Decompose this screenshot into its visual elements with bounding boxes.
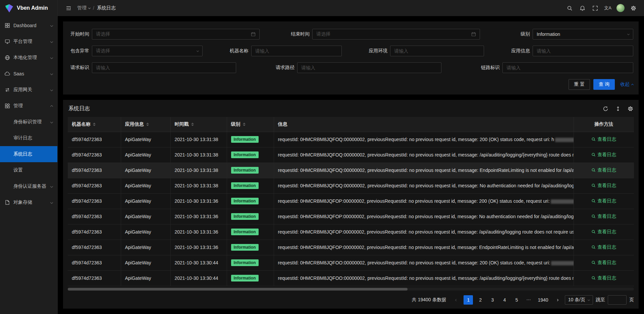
table-row: df5974d72363 ApiGateWay 2021-10-30 13:31… (68, 224, 634, 240)
sidebar-item-label: 身份认证服务器 (13, 183, 47, 189)
sidebar-item-dashboard[interactable]: Dashboard (0, 17, 57, 34)
cell-message: requestId: 0HMCRBM8JQFOP:00000002, previ… (274, 240, 574, 255)
table-header-row: 机器名称 应用信息 时间戳 (68, 117, 634, 132)
page-content: 开始时间 请选择 结束时间 请选择 (58, 16, 644, 314)
chevron-up-icon (631, 84, 634, 86)
end-time-date-picker[interactable]: 请选择 (312, 29, 480, 40)
chevron-down-icon (588, 298, 590, 301)
sidebar-item-auth-server[interactable]: 身份认证服务器 (0, 178, 57, 194)
environment-input[interactable] (390, 46, 484, 56)
settings-gear-icon[interactable] (628, 3, 639, 13)
view-log-link[interactable]: 查看日志 (591, 213, 616, 219)
fullscreen-icon[interactable] (590, 3, 600, 13)
sidebar-item-system-log[interactable]: 系统日志 (0, 146, 57, 162)
view-log-link[interactable]: 查看日志 (591, 167, 616, 173)
sidebar-item-audit-log[interactable]: 审计日志 (0, 130, 57, 146)
cell-level: Information (227, 209, 274, 224)
cell-level: Information (227, 193, 274, 209)
request-id-input[interactable] (92, 62, 236, 73)
globe-icon (5, 55, 10, 60)
collapse-filters-link[interactable]: 收起 (620, 81, 633, 87)
sidebar-item-platform[interactable]: 平台管理 (0, 34, 57, 50)
appstore-icon (5, 103, 10, 109)
message-text: requestId: 0HMCRBM8JQFOQ:00000002, previ… (278, 168, 574, 173)
page-size-select[interactable]: 10 条/页 (565, 295, 593, 305)
column-height-icon[interactable] (615, 106, 621, 112)
level-select[interactable]: Information (533, 29, 633, 40)
chevron-down-icon (51, 71, 53, 76)
page-button-5[interactable]: 5 (512, 295, 521, 305)
sidebar-item-localization[interactable]: 本地化管理 (0, 50, 57, 66)
column-settings-gear-icon[interactable] (628, 106, 633, 112)
view-log-link[interactable]: 查看日志 (591, 136, 616, 142)
locale-translate-icon[interactable]: 文A (602, 3, 613, 13)
view-log-link[interactable]: 查看日志 (591, 183, 616, 189)
cloud-icon (5, 71, 10, 76)
column-header-level[interactable]: 级别 (227, 117, 274, 132)
request-path-input[interactable] (297, 62, 441, 73)
sidebar-item-identity-management[interactable]: 身份标识管理 (0, 114, 57, 130)
cell-level: Information (227, 255, 274, 270)
sidebar-item-object-storage[interactable]: 对象存储 (0, 194, 57, 210)
sidebar-item-gateway[interactable]: 应用网关 (0, 82, 57, 98)
column-header-timestamp[interactable]: 时间戳 (170, 117, 227, 132)
sidebar-item-saas[interactable]: Saas (0, 66, 57, 82)
view-log-link[interactable]: 查看日志 (591, 152, 616, 158)
breadcrumb-item-management[interactable]: 管理 (77, 5, 90, 11)
view-log-link[interactable]: 查看日志 (591, 275, 616, 281)
cell-actions: 查看日志 (574, 163, 634, 178)
sidebar-item-management[interactable]: 管理 (0, 98, 57, 114)
column-header-app-info[interactable]: 应用信息 (121, 117, 170, 132)
search-icon[interactable] (564, 3, 575, 13)
cell-app-info: ApiGateWay (121, 255, 170, 270)
view-log-label: 查看日志 (597, 260, 616, 266)
view-log-label: 查看日志 (597, 152, 616, 158)
cell-machine-name: df5974d72363 (68, 209, 121, 224)
jump-page-input[interactable] (608, 295, 627, 305)
column-header-machine[interactable]: 机器名称 (68, 117, 121, 132)
view-log-label: 查看日志 (597, 183, 616, 189)
start-time-date-picker[interactable]: 请选择 (92, 29, 260, 40)
sidebar-item-settings[interactable]: 设置 (0, 162, 57, 178)
cell-timestamp: 2021-10-30 13:31:36 (170, 240, 227, 255)
level-tag: Information (231, 244, 259, 251)
sidebar-item-label: 审计日志 (13, 135, 53, 141)
refresh-icon[interactable] (603, 106, 608, 112)
next-page-button[interactable] (553, 295, 562, 305)
cell-app-info: ApiGateWay (121, 163, 170, 178)
redacted-text (551, 261, 574, 265)
cell-timestamp: 2021-10-30 13:31:38 (170, 132, 227, 147)
notification-bell-icon[interactable] (577, 3, 588, 13)
cell-message: requestId: 0HMCRBM8JQFOQ:00000002, previ… (274, 132, 574, 147)
logo-icon (4, 3, 14, 13)
has-exception-select[interactable]: 请选择 (92, 46, 203, 56)
table-title: 系统日志 (68, 105, 90, 112)
page-button-4[interactable]: 4 (500, 295, 509, 305)
page-button-2[interactable]: 2 (476, 295, 485, 305)
view-log-link[interactable]: 查看日志 (591, 229, 616, 235)
app-logo[interactable]: Vben Admin (0, 0, 57, 16)
view-log-link[interactable]: 查看日志 (591, 244, 616, 250)
app-info-input[interactable] (533, 46, 633, 56)
page-button-1940[interactable]: 1940 (536, 295, 550, 305)
page-size-label: 10 条/页 (568, 297, 585, 303)
prev-page-button[interactable] (451, 295, 461, 305)
page-ellipsis[interactable]: ••• (524, 295, 533, 305)
trace-id-input[interactable] (502, 62, 633, 73)
cell-actions: 查看日志 (574, 255, 634, 270)
view-log-link[interactable]: 查看日志 (591, 260, 616, 266)
message-text: requestId: 0HMCRBM8JQFOQ:00000002, previ… (278, 152, 574, 158)
cell-machine-name: df5974d72363 (68, 224, 121, 240)
view-log-link[interactable]: 查看日志 (591, 198, 616, 204)
page-button-3[interactable]: 3 (488, 295, 497, 305)
avatar[interactable] (616, 4, 625, 12)
page-button-1[interactable]: 1 (464, 295, 473, 305)
reset-button[interactable]: 重 置 (569, 79, 590, 90)
redacted-text (555, 138, 574, 142)
search-button[interactable]: 查 询 (593, 79, 615, 90)
machine-name-input[interactable] (251, 46, 342, 56)
cell-message: requestId: 0HMCRBM8JQFOP:00000002, previ… (274, 193, 574, 209)
filter-label-level: 级别 (509, 31, 533, 37)
scrollbar-thumb[interactable] (68, 288, 408, 291)
sidebar-fold-icon[interactable] (63, 3, 74, 13)
